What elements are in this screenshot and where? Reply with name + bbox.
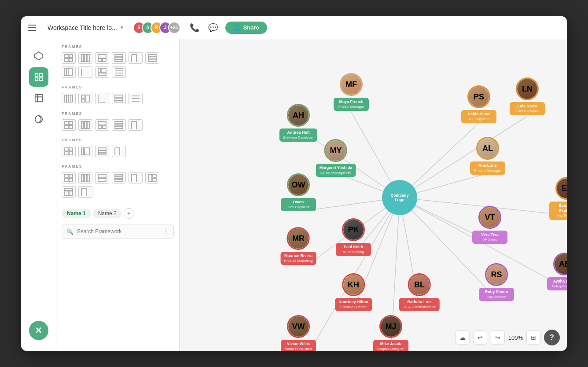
frame-icon-s4-2[interactable] [78, 146, 92, 157]
node-owen[interactable]: OW Owen Dev Engineer [281, 173, 316, 211]
frame-icon-s5-7[interactable] [62, 186, 76, 198]
frame-icon-2[interactable] [78, 52, 92, 64]
frame-icon-s5-2[interactable] [78, 172, 92, 184]
chat-button[interactable]: 💬 [206, 21, 220, 35]
node-ana-loris[interactable]: AL Ana Loris Product Manager [470, 137, 505, 175]
svg-rect-52 [69, 125, 73, 128]
help-button[interactable]: ? [544, 330, 560, 345]
mask-icon-btn[interactable] [29, 110, 48, 129]
add-tab-button[interactable]: + [124, 208, 134, 219]
svg-rect-30 [101, 69, 106, 72]
node-andrea-holt[interactable]: AH Andrea Holt Software Developer [279, 104, 317, 142]
svg-rect-76 [85, 174, 87, 181]
close-button[interactable]: ✕ [29, 321, 48, 340]
node-aysha-blake[interactable]: AB Aysha Blake Enterprise Sales [547, 253, 567, 290]
frame-icon-s5-6[interactable] [145, 172, 159, 184]
node-eva-voz[interactable]: EV Eva. Voz Explorer Voz Explorer [549, 177, 567, 220]
frame-icon-s4-3[interactable] [95, 146, 109, 157]
frame-icon-s5-5[interactable] [129, 172, 143, 184]
search-input[interactable] [77, 228, 159, 235]
svg-rect-29 [98, 69, 100, 72]
zoom-level: 100% [508, 334, 523, 341]
frame-icon-7[interactable] [62, 66, 76, 78]
frame-icon-s3-3[interactable] [95, 119, 109, 131]
frame-icon-s2-3[interactable] [95, 93, 109, 104]
center-node[interactable]: CompanyLogo [382, 180, 417, 215]
frame-icon-s3-1[interactable] [62, 119, 76, 131]
node-paul-keith[interactable]: PK Paul Keith VP Marketing [336, 218, 371, 256]
share-label: Share [243, 24, 259, 31]
canvas-area[interactable]: CompanyLogo MF Maya French Project Manag… [180, 39, 567, 351]
frame-icon-s3-5[interactable] [129, 119, 143, 131]
svg-rect-62 [65, 148, 68, 151]
node-pablo-sinor[interactable]: PS Pablo Sinor UX Engineer [461, 85, 496, 123]
frame-icon-s3-4[interactable] [112, 119, 126, 131]
svg-rect-43 [115, 95, 123, 97]
menu-button[interactable] [28, 22, 39, 33]
svg-rect-20 [115, 57, 123, 59]
svg-rect-55 [87, 121, 89, 128]
frame-icon-s5-8[interactable] [78, 186, 92, 198]
share-button[interactable]: 🌐 Share [225, 22, 267, 34]
node-kourtney-hilton[interactable]: KH Kourtney Hilton Creative Director [335, 273, 372, 311]
grid-toggle-button[interactable]: ⊞ [526, 330, 540, 345]
frame-icon-s2-2[interactable] [78, 93, 92, 104]
frame-icon-s2-1[interactable] [62, 93, 76, 104]
node-mike-jacob[interactable]: MJ Mike Jacob Graphic Designer [373, 315, 408, 351]
node-vivian-willis[interactable]: VW Vivian Willis Video Production [281, 315, 316, 351]
svg-rect-73 [65, 178, 68, 181]
frames-section-1: FRAMES [62, 44, 174, 78]
frames-label-4: FRAMES [62, 138, 174, 142]
more-options-icon[interactable]: ⋮ [163, 228, 169, 235]
svg-rect-21 [115, 60, 123, 62]
frame-icon-9[interactable] [95, 66, 109, 78]
frame-icon-5[interactable] [129, 52, 143, 64]
svg-rect-14 [85, 55, 87, 62]
svg-rect-42 [81, 99, 85, 102]
frame-icon-s3-2[interactable] [78, 119, 92, 131]
left-panel: ✕ [21, 39, 56, 351]
frame-icon-s5-3[interactable] [95, 172, 109, 184]
frame-icon-8[interactable] [78, 66, 92, 78]
svg-rect-45 [115, 100, 123, 102]
frame-icon-s4-4[interactable] [112, 146, 126, 157]
node-luis-narro[interactable]: LN Luis Narro UX Developer [510, 77, 545, 115]
svg-rect-28 [65, 69, 73, 76]
svg-rect-78 [98, 174, 106, 178]
frame-icon-10[interactable] [112, 66, 126, 78]
tab-row: Name 1 Name 2 + [62, 205, 174, 222]
tab-name-1[interactable]: Name 1 [62, 209, 91, 218]
node-ruby-simon[interactable]: RS Ruby Simon Key Account [479, 263, 514, 301]
phone-button[interactable]: 📞 [187, 21, 202, 35]
node-vera-tiva[interactable]: VT Vera Tiva VP Sales [472, 206, 507, 244]
svg-rect-84 [153, 174, 156, 177]
frames-panel: FRAMES FRAMES [56, 39, 180, 351]
frame-icon-btn[interactable] [29, 88, 48, 108]
grid-icon-btn[interactable] [29, 67, 48, 87]
frame-icon-1[interactable] [62, 52, 76, 64]
svg-rect-77 [87, 174, 89, 181]
frame-icon-6[interactable] [145, 52, 159, 64]
undo-button[interactable]: ↩ [473, 330, 487, 345]
svg-rect-70 [98, 153, 106, 155]
frame-icon-4[interactable] [112, 52, 126, 64]
workspace-title[interactable]: Workspace Title here lo... ▼ [44, 22, 128, 33]
frame-icon-s5-4[interactable] [112, 172, 126, 184]
cloud-save-button[interactable]: ☁ [456, 330, 470, 345]
frame-icon-s4-1[interactable] [62, 146, 76, 157]
tab-name-2[interactable]: Name 2 [93, 209, 122, 218]
node-barbara-lutz[interactable]: BL Barbara Lutz PR & Communication [399, 273, 440, 311]
node-maurice-rivera[interactable]: MR Maurice Rivera Product Marketing [281, 227, 316, 265]
frame-icon-3[interactable] [95, 52, 109, 64]
svg-rect-60 [115, 124, 123, 126]
workspace-title-text: Workspace Title here lo... [48, 24, 117, 31]
frame-icon-s2-5[interactable] [129, 93, 143, 104]
svg-rect-64 [65, 152, 68, 155]
node-maya-french[interactable]: MF Maya French Project Manager [334, 73, 369, 111]
frame-icon-s2-4[interactable] [112, 93, 126, 104]
frame-icon-s5-1[interactable] [62, 172, 76, 184]
frames-section-2: FRAMES [62, 85, 174, 104]
redo-button[interactable]: ↪ [491, 330, 505, 345]
plugin-icon-btn[interactable] [29, 46, 48, 66]
node-margaret-yoshida[interactable]: MY Margaret Yoshida Senior Manager HR [316, 139, 356, 177]
